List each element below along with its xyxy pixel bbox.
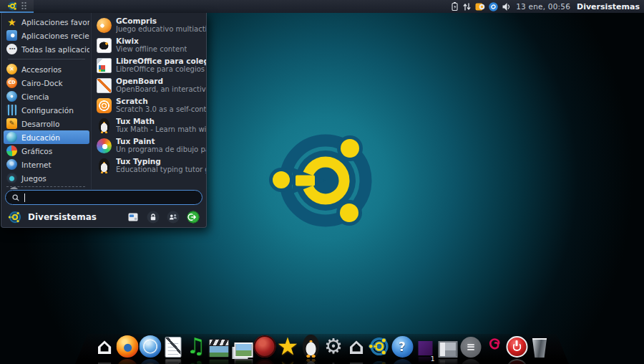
sidebar-item-label: Cairo-Dock	[21, 79, 63, 87]
dock-debian[interactable]	[483, 336, 505, 358]
dock-video-editor[interactable]	[208, 339, 230, 358]
games-icon	[6, 173, 17, 183]
all-apps-icon: ⋯	[6, 44, 17, 54]
clock[interactable]: 13 ene, 00:56	[516, 2, 570, 11]
sidebar-item-label: Ciencia	[21, 92, 49, 101]
text-caret	[24, 193, 25, 202]
app-desc: Tux Math - Learn math with T…	[116, 125, 206, 134]
users-icon	[167, 211, 180, 224]
app-desc: OpenBoard, an interactive w…	[116, 85, 206, 94]
app-item-openboard[interactable]: OpenBoardOpenBoard, an interactive w…	[94, 75, 206, 95]
sidebar-item-label: Educación	[21, 133, 60, 142]
dock-shutdown[interactable]	[506, 336, 528, 358]
dock-home[interactable]: ⌂	[94, 335, 116, 358]
dock-multimedia[interactable]: ♫	[185, 335, 208, 358]
sidebar-separator	[8, 59, 85, 59]
hamburger-menu-icon: ≡	[461, 337, 482, 358]
diversistemas-logo	[269, 133, 382, 228]
sidebar-item-label: Aplicaciones favoritas	[21, 18, 89, 27]
dock-image-viewer[interactable]	[231, 343, 253, 358]
sidebar-item-aplicaciones-recientes[interactable]: Aplicaciones recientes	[4, 29, 89, 42]
sidebar-item-todas-las-aplicaciones[interactable]: ⋯ Todas las aplicaciones	[4, 42, 89, 56]
openboard-icon	[97, 78, 112, 93]
dock-firefox[interactable]	[117, 335, 139, 358]
switch-user-button[interactable]	[167, 211, 180, 224]
dock-diversistemas[interactable]	[369, 335, 391, 358]
dock-workspace-switcher[interactable]: 1	[414, 341, 436, 358]
app-item-scratch[interactable]: ScratchScratch 3.0 as a self-contain…	[94, 95, 206, 115]
dock-media-player[interactable]	[254, 335, 276, 358]
app-name: Kiwix	[116, 37, 187, 45]
sidebar-item-educacion[interactable]: Educación	[4, 130, 89, 144]
user-logo-icon	[8, 210, 22, 224]
sidebar-item-label: Configuración	[21, 106, 74, 115]
app-name: Scratch	[116, 97, 206, 105]
app-name: OpenBoard	[116, 77, 206, 85]
menu-app-list: GComprisJuego educativo multiactivida… K…	[92, 13, 206, 189]
sidebar-item-accesorios[interactable]: ✕ Accesorios	[4, 62, 89, 76]
app-item-tux-typing[interactable]: Tux TypingEducational typing tutor gam…	[94, 155, 206, 176]
search-icon	[11, 193, 20, 202]
search-input[interactable]	[5, 190, 203, 205]
system-tray	[450, 1, 511, 11]
app-item-kiwix[interactable]: KiwixView offline content	[94, 35, 206, 55]
globe-icon	[140, 335, 162, 358]
development-icon: ✎	[6, 118, 17, 129]
applications-menu-button[interactable]	[0, 0, 34, 13]
app-item-tux-paint[interactable]: Tux PaintUn programa de dibujo para …	[94, 135, 206, 155]
sidebar-item-aplicaciones-favoritas[interactable]: ★ Aplicaciones favoritas	[4, 15, 89, 29]
app-item-libreoffice-para-colegios[interactable]: LibreOffice para colegiosLibreOffice par…	[94, 55, 206, 75]
internet-globe-icon	[6, 159, 17, 170]
panel-username: Diversistemas	[577, 2, 640, 11]
app-item-tux-math[interactable]: Tux MathTux Math - Learn math with T…	[94, 115, 206, 135]
sidebar-item-desarrollo[interactable]: ✎ Desarrollo	[4, 117, 89, 130]
sidebar-item-configuracion[interactable]: Configuración	[4, 103, 89, 117]
sidebar-item-juegos[interactable]: Juegos	[4, 171, 89, 185]
app-desc: View offline content	[116, 45, 187, 54]
dock-main-menu[interactable]: ≡	[460, 337, 482, 358]
dock-trash[interactable]	[529, 338, 551, 358]
sidebar-item-cairo-dock[interactable]: CD Cairo-Dock	[4, 76, 89, 90]
app-name: Tux Math	[116, 117, 206, 125]
updater-icon[interactable]	[475, 2, 485, 11]
network-traffic-icon[interactable]	[462, 2, 472, 11]
dock-show-desktop[interactable]	[437, 341, 459, 358]
app-desc: Un programa de dibujo para …	[116, 145, 206, 154]
tux-typing-icon	[97, 158, 112, 173]
question-icon: ?	[391, 336, 413, 358]
app-item-gcompris[interactable]: GComprisJuego educativo multiactivida…	[94, 15, 206, 35]
trash-icon	[532, 338, 547, 358]
cairo-dock-icon: CD	[6, 77, 17, 88]
dock-help[interactable]: ?	[391, 336, 414, 358]
dock: ⌂ ♫ ★ ⚙ ⌂ ? 1 ≡	[94, 335, 551, 358]
dock-system-settings[interactable]: ⌂	[346, 335, 368, 358]
sidebar-item-label: Juegos	[21, 174, 47, 183]
volume-icon[interactable]	[502, 2, 511, 11]
menu-username: Diversistemas	[28, 212, 121, 222]
scratch-icon	[97, 98, 112, 113]
menu-footer: Diversistemas	[1, 207, 206, 227]
dock-tux[interactable]	[300, 335, 322, 358]
sidebar-item-internet[interactable]: Internet	[4, 158, 89, 171]
log-out-button[interactable]	[187, 211, 200, 224]
settings-manager-button[interactable]	[127, 211, 140, 224]
sidebar-item-label: Internet	[21, 161, 52, 169]
lock-icon	[147, 211, 160, 224]
sidebar-item-graficos[interactable]: Gráficos	[4, 144, 89, 158]
penguin-icon	[301, 335, 320, 358]
dock-text-editor[interactable]	[162, 337, 185, 358]
dock-favorites[interactable]: ★	[277, 335, 299, 358]
sidebar-item-ciencia[interactable]: Ciencia	[4, 90, 89, 103]
menu-logo-icon	[8, 1, 17, 11]
applications-menu: ★ Aplicaciones favoritas Aplicaciones re…	[1, 13, 207, 228]
photos-icon	[234, 343, 253, 358]
gcompris-icon	[97, 18, 112, 33]
accessories-icon: ✕	[6, 64, 17, 75]
media-player-icon	[254, 335, 276, 358]
sync-icon[interactable]	[489, 2, 498, 11]
dock-system-tools[interactable]: ⚙	[323, 335, 345, 358]
dock-web-browser[interactable]	[140, 335, 162, 358]
battery-icon[interactable]	[450, 1, 459, 11]
lock-screen-button[interactable]	[147, 211, 160, 224]
graphics-icon	[6, 145, 17, 156]
